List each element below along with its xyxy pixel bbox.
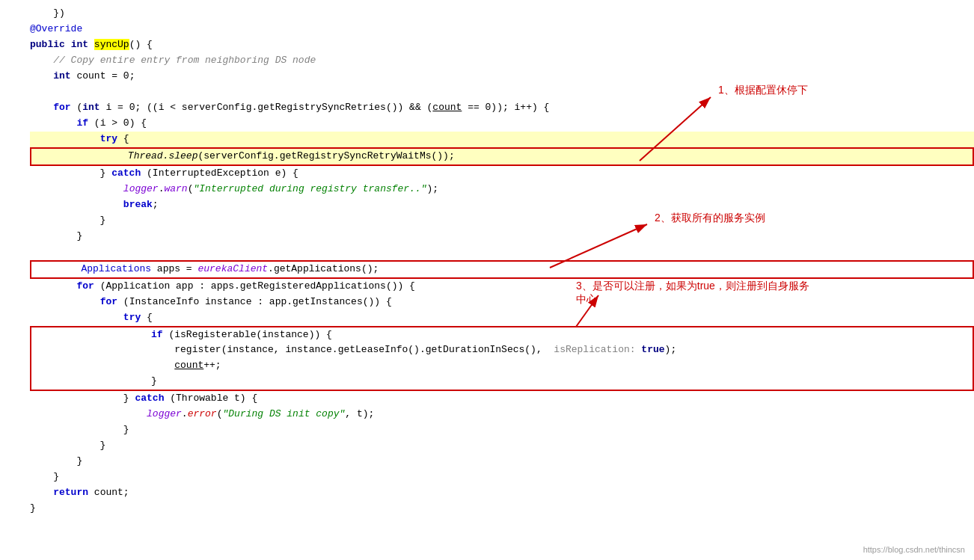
code-line: }) [30, 6, 974, 22]
code-line: } [30, 229, 974, 244]
code-line: if (i > 0) { [30, 116, 974, 132]
code-line: for (InstanceInfo instance : app.getInst… [30, 295, 974, 310]
applications-line: Applications apps = eurekaClient.getAppl… [30, 260, 974, 279]
code-line: try { [30, 132, 974, 147]
code-line: } [30, 213, 974, 229]
registerable-line: if (isRegisterable(instance)) { [30, 326, 974, 343]
code-line: } [30, 501, 974, 517]
code-line: logger.warn("Interrupted during registry… [30, 182, 974, 197]
code-line: return count; [30, 485, 974, 501]
code-line: logger.error("During DS init copy", t); [30, 407, 974, 422]
code-line [30, 244, 974, 260]
code-line: } [30, 422, 974, 438]
code-line: } catch (InterruptedException e) { [30, 166, 974, 182]
code-line [30, 84, 974, 100]
code-line: public int syncUp() { [30, 37, 974, 53]
code-line: } catch (Throwable t) { [30, 391, 974, 407]
code-line: for (Application app : apps.getRegistere… [30, 279, 974, 295]
code-line: @Override [30, 22, 974, 37]
code-line: } [30, 374, 974, 391]
code-line: break; [30, 197, 974, 213]
code-line: try { [30, 310, 974, 326]
register-line: register(instance, instance.getLeaseInfo… [30, 342, 974, 358]
code-line: } [30, 454, 974, 470]
url-watermark: https://blog.csdn.net/thincsn [863, 545, 965, 554]
code-line: int count = 0; [30, 69, 974, 84]
code-line: // Copy entire entry from neighboring DS… [30, 53, 974, 69]
code-line: } [30, 470, 974, 485]
thread-sleep-line: Thread.sleep(serverConfig.getRegistrySyn… [30, 147, 974, 166]
code-area: }) @Override public int syncUp() { // Co… [0, 0, 974, 523]
count-line: count++; [30, 358, 974, 374]
code-line: } [30, 438, 974, 454]
code-line: for (int i = 0; ((i < serverConfig.getRe… [30, 100, 974, 116]
